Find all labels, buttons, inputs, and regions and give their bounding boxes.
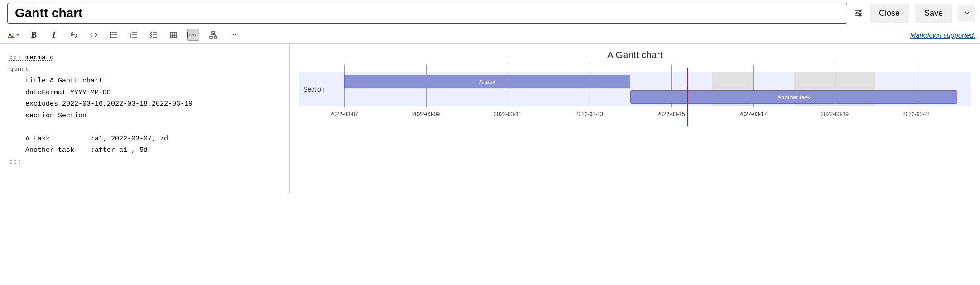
- gantt-task-bar: Another task: [630, 90, 957, 104]
- svg-rect-28: [212, 31, 215, 33]
- chart-title: A Gantt chart: [299, 46, 971, 60]
- header: Close Save: [0, 0, 980, 26]
- svg-rect-34: [214, 36, 217, 38]
- italic-button[interactable]: I: [48, 29, 60, 41]
- svg-point-36: [233, 34, 234, 35]
- svg-point-8: [110, 32, 111, 33]
- svg-point-37: [235, 34, 236, 35]
- svg-point-10: [110, 34, 111, 35]
- bold-button[interactable]: B: [28, 29, 40, 41]
- gantt-tick-label: 2022-03-09: [412, 111, 440, 117]
- title-input[interactable]: [7, 3, 847, 24]
- close-button[interactable]: Close: [870, 4, 909, 23]
- more-button[interactable]: [227, 29, 239, 41]
- gantt-tick-label: 2022-03-07: [330, 111, 358, 117]
- toolbar: B I 1 2 3: [0, 26, 980, 44]
- gantt-section-label: Section: [303, 86, 325, 93]
- gantt-tick-label: 2022-03-17: [739, 111, 767, 117]
- save-button[interactable]: Save: [915, 4, 952, 23]
- svg-rect-33: [210, 36, 212, 38]
- preview-pane: A Gantt chart 2022-03-072022-03-092022-0…: [290, 44, 980, 193]
- svg-point-3: [856, 12, 858, 14]
- split-pane: ::: mermaid gantt title A Gantt chart da…: [0, 44, 980, 193]
- checklist-button[interactable]: [148, 29, 159, 41]
- gantt-tick-label: 2022-03-11: [494, 111, 521, 117]
- gantt-tick-label: 2022-03-15: [657, 111, 685, 117]
- gantt-task-bar: A task: [344, 75, 630, 88]
- gantt-tick-label: 2022-03-21: [903, 111, 930, 117]
- gantt-today-line: [687, 68, 688, 126]
- link-button[interactable]: [68, 29, 80, 41]
- bullet-list-button[interactable]: [108, 29, 120, 41]
- gantt-tick-label: 2022-03-13: [576, 111, 603, 117]
- svg-text:3: 3: [130, 36, 131, 39]
- settings-sliders-icon[interactable]: [854, 8, 864, 18]
- svg-rect-23: [170, 32, 177, 38]
- svg-point-35: [231, 34, 231, 35]
- gantt-tick-label: 2022-03-19: [821, 111, 848, 117]
- mermaid-button[interactable]: [207, 29, 219, 41]
- svg-point-1: [859, 10, 861, 12]
- gantt-chart: 2022-03-072022-03-092022-03-112022-03-13…: [299, 63, 971, 126]
- markdown-editor[interactable]: ::: mermaid gantt title A Gantt chart da…: [0, 44, 290, 193]
- numbered-list-button[interactable]: 1 2 3: [128, 29, 139, 41]
- fence-close: :::: [9, 158, 21, 166]
- markdown-supported-link[interactable]: Markdown supported.: [910, 31, 975, 39]
- text-style-button[interactable]: [7, 29, 20, 41]
- fence-open: ::: mermaid: [9, 54, 54, 62]
- code-button[interactable]: [88, 29, 100, 41]
- markdown-toggle-button[interactable]: ABC: [187, 29, 199, 41]
- svg-point-12: [110, 37, 111, 38]
- svg-point-5: [859, 14, 861, 16]
- table-button[interactable]: [168, 29, 179, 41]
- save-chevron-button[interactable]: [958, 5, 975, 21]
